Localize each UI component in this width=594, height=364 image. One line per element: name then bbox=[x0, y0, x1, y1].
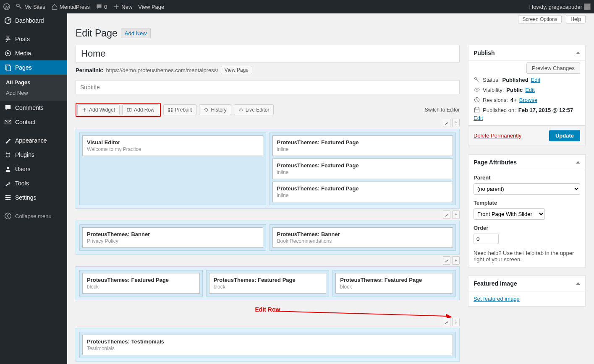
wrench-icon bbox=[4, 179, 12, 187]
widget-title: ProteusThemes: Featured Page bbox=[214, 277, 322, 283]
view-page-button[interactable]: View Page bbox=[221, 66, 252, 74]
main-content: Screen Options Help Edit Page Add New Pe… bbox=[67, 13, 594, 364]
pb-cell[interactable]: ProteusThemes: BannerPrivacy Policy bbox=[79, 224, 266, 251]
prebuilt-button[interactable]: Prebuilt bbox=[163, 104, 197, 115]
live-editor-button[interactable]: Live Editor bbox=[234, 104, 274, 115]
pb-widget[interactable]: ProteusThemes: TestimonialsTestimonials bbox=[82, 335, 453, 355]
menu-appearance[interactable]: Appearance bbox=[0, 133, 67, 148]
move-icon bbox=[454, 121, 458, 125]
key-icon bbox=[16, 3, 23, 10]
set-featured-image-link[interactable]: Set featured image bbox=[474, 296, 520, 302]
pages-icon bbox=[4, 64, 12, 71]
wp-logo[interactable] bbox=[3, 3, 10, 10]
pb-widget[interactable]: ProteusThemes: Featured Pageblock bbox=[335, 273, 453, 294]
publish-metabox: Publish Preview Changes Status: Publishe… bbox=[468, 45, 586, 146]
published-label: Published on: bbox=[483, 107, 516, 113]
template-select[interactable]: Front Page With Slider bbox=[474, 208, 545, 220]
order-label: Order bbox=[474, 225, 488, 231]
row-edit-button[interactable] bbox=[443, 119, 450, 127]
menu-settings[interactable]: Settings bbox=[0, 190, 67, 205]
add-row-button[interactable]: Add Row bbox=[122, 104, 159, 115]
admin-sidebar: Dashboard Posts Media Pages All Pages Ad… bbox=[0, 13, 67, 364]
pb-cell[interactable]: Visual EditorWelcome to my Practice bbox=[79, 133, 266, 205]
menu-posts[interactable]: Posts bbox=[0, 32, 67, 46]
view-page-link[interactable]: View Page bbox=[138, 4, 164, 10]
subtitle-input[interactable] bbox=[76, 80, 460, 94]
pb-widget[interactable]: ProteusThemes: BannerBook Recommendation… bbox=[272, 227, 453, 248]
site-name-link[interactable]: MentalPress bbox=[51, 3, 90, 10]
columns-icon bbox=[127, 107, 132, 112]
featured-image-head[interactable]: Featured Image bbox=[468, 276, 585, 291]
svg-point-1 bbox=[17, 4, 19, 7]
submenu-all-pages[interactable]: All Pages bbox=[0, 77, 67, 88]
page-title-input[interactable] bbox=[76, 45, 460, 62]
parent-label: Parent bbox=[474, 174, 490, 181]
delete-permanently-link[interactable]: Delete Permanently bbox=[474, 133, 521, 139]
submenu-add-new[interactable]: Add New bbox=[0, 88, 67, 98]
pb-cell[interactable]: ProteusThemes: Featured Pageblock bbox=[332, 270, 456, 296]
featured-image-title: Featured Image bbox=[474, 280, 517, 287]
collapse-menu[interactable]: Collapse menu bbox=[0, 209, 67, 223]
edit-visibility-link[interactable]: Edit bbox=[525, 87, 534, 93]
menu-comments[interactable]: Comments bbox=[0, 101, 67, 115]
menu-pages[interactable]: Pages bbox=[0, 60, 67, 75]
edit-status-link[interactable]: Edit bbox=[531, 77, 540, 83]
menu-tools[interactable]: Tools bbox=[0, 176, 67, 190]
browse-revisions-link[interactable]: Browse bbox=[519, 97, 537, 103]
media-icon bbox=[4, 49, 12, 57]
row-move-button[interactable] bbox=[452, 318, 460, 326]
edit-date-link[interactable]: Edit bbox=[474, 115, 483, 121]
row-move-button[interactable] bbox=[452, 211, 460, 219]
pb-row: ProteusThemes: BannerPrivacy PolicyProte… bbox=[76, 221, 460, 255]
widget-subtitle: inline bbox=[277, 192, 449, 198]
menu-users[interactable]: Users bbox=[0, 162, 67, 176]
pb-cell[interactable]: ProteusThemes: Featured Pageblock bbox=[79, 270, 203, 296]
pb-widget[interactable]: ProteusThemes: Featured Pageinline bbox=[272, 135, 453, 156]
howdy-account[interactable]: Howdy, gregacapuder bbox=[529, 3, 591, 10]
add-new-page-button[interactable]: Add New bbox=[121, 29, 151, 38]
dashboard-icon bbox=[4, 17, 12, 24]
menu-contact[interactable]: Contact bbox=[0, 115, 67, 129]
svg-rect-15 bbox=[171, 108, 173, 109]
pb-cell[interactable]: ProteusThemes: TestimonialsTestimonials bbox=[79, 332, 456, 358]
pb-widget[interactable]: ProteusThemes: BannerPrivacy Policy bbox=[82, 227, 263, 248]
row-edit-button[interactable] bbox=[443, 256, 450, 265]
my-sites-link[interactable]: My Sites bbox=[16, 3, 45, 10]
row-move-button[interactable] bbox=[452, 256, 460, 265]
preview-changes-button[interactable]: Preview Changes bbox=[526, 62, 580, 74]
new-link[interactable]: New bbox=[113, 3, 132, 10]
menu-dashboard[interactable]: Dashboard bbox=[0, 13, 67, 28]
switch-editor-link[interactable]: Switch to Editor bbox=[425, 107, 460, 113]
pb-cell[interactable]: ProteusThemes: BannerBook Recommendation… bbox=[270, 224, 456, 251]
order-input[interactable] bbox=[474, 234, 499, 244]
menu-plugins[interactable]: Plugins bbox=[0, 148, 67, 162]
pb-widget[interactable]: ProteusThemes: Featured Pageinline bbox=[272, 159, 453, 179]
page-attributes-head[interactable]: Page Attributes bbox=[468, 155, 585, 170]
menu-media[interactable]: Media bbox=[0, 46, 67, 60]
row-move-button[interactable] bbox=[452, 119, 460, 127]
svg-point-7 bbox=[7, 167, 9, 169]
comments-link[interactable]: 0 bbox=[96, 3, 107, 10]
update-button[interactable]: Update bbox=[549, 130, 580, 141]
pb-widget[interactable]: ProteusThemes: Featured Pageblock bbox=[209, 273, 327, 294]
featured-image-metabox: Featured Image Set featured image bbox=[468, 276, 586, 307]
svg-line-19 bbox=[275, 311, 447, 316]
row-edit-button[interactable] bbox=[443, 318, 450, 326]
page-attributes-metabox: Page Attributes Parent (no parent) Templ… bbox=[468, 154, 586, 267]
pb-widget[interactable]: Visual EditorWelcome to my Practice bbox=[82, 135, 263, 156]
widget-title: ProteusThemes: Featured Page bbox=[277, 162, 449, 169]
pb-widget[interactable]: ProteusThemes: Featured Pageinline bbox=[272, 182, 453, 202]
svg-point-10 bbox=[6, 199, 8, 200]
eye-icon bbox=[474, 86, 480, 93]
history-button[interactable]: History bbox=[199, 104, 231, 115]
pb-cell[interactable]: ProteusThemes: Featured Pageblock bbox=[206, 270, 330, 296]
pb-widget[interactable]: ProteusThemes: Featured Pageblock bbox=[82, 273, 200, 294]
row-edit-button[interactable] bbox=[443, 211, 450, 219]
publish-metabox-head[interactable]: Publish bbox=[468, 45, 585, 61]
parent-select[interactable]: (no parent) bbox=[474, 183, 580, 195]
pb-cell[interactable]: ProteusThemes: Featured PageinlineProteu… bbox=[270, 133, 456, 205]
screen-options-tab[interactable]: Screen Options bbox=[518, 15, 562, 23]
widget-subtitle: Testimonials bbox=[87, 346, 448, 351]
add-widget-button[interactable]: Add Widget bbox=[77, 104, 120, 115]
help-tab[interactable]: Help bbox=[566, 15, 586, 23]
